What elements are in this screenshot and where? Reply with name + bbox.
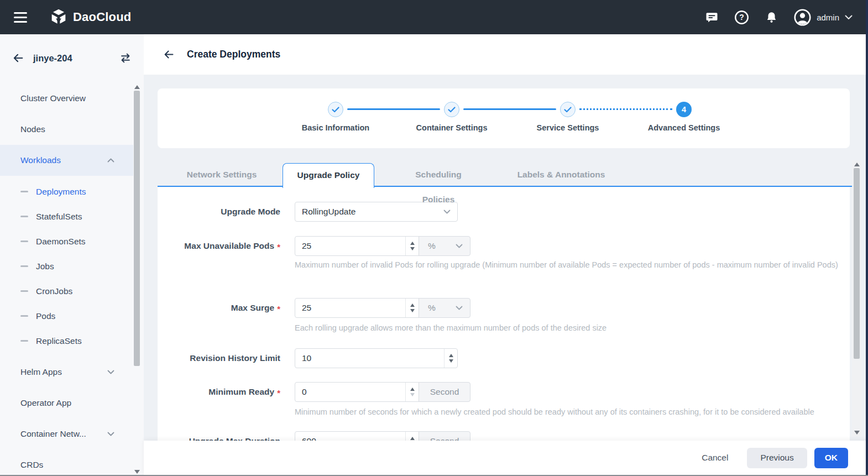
- number-stepper[interactable]: [405, 432, 419, 441]
- unit-select[interactable]: %: [419, 298, 470, 318]
- step-service-settings[interactable]: Service Settings: [510, 102, 626, 132]
- dash-icon: [20, 340, 28, 342]
- brand-logo[interactable]: DaoCloud: [49, 8, 131, 27]
- form-row-upgrade-max-duration: Upgrade Max Duration Second: [158, 431, 850, 441]
- select-value: RollingUpdate: [302, 207, 355, 217]
- step-check-icon: [328, 102, 343, 117]
- previous-button[interactable]: Previous: [747, 448, 807, 468]
- cancel-button[interactable]: Cancel: [698, 448, 731, 468]
- step-label: Container Settings: [394, 123, 510, 132]
- step-basic-information[interactable]: Basic Information: [278, 102, 394, 132]
- tab-upgrade-policy[interactable]: Upgrade Policy: [283, 163, 374, 188]
- sidebar-item-deployments[interactable]: Deployments: [0, 179, 133, 204]
- sidebar-item-statefulsets[interactable]: StatefulSets: [0, 204, 133, 229]
- sidebar-item-crds[interactable]: CRDs: [0, 449, 133, 476]
- sidebar-item-daemonsets[interactable]: DaemonSets: [0, 229, 133, 254]
- sidebar-item-label: StatefulSets: [36, 212, 82, 222]
- max-surge-value[interactable]: [295, 299, 419, 317]
- upgrade-max-duration-value[interactable]: [295, 432, 419, 441]
- step-check-icon: [560, 102, 576, 117]
- step-up-icon[interactable]: [410, 304, 415, 307]
- upgrade-max-duration-input: [295, 431, 419, 441]
- scroll-down-icon[interactable]: [854, 431, 860, 435]
- chevron-down-icon: [107, 370, 114, 374]
- help-icon[interactable]: ?: [734, 10, 749, 25]
- form-row-max-surge: Max Surge* %: [158, 298, 850, 318]
- unit-value: %: [428, 303, 436, 313]
- sidebar-item-label: DaemonSets: [36, 237, 86, 247]
- required-asterisk: *: [277, 304, 280, 313]
- required-asterisk: *: [277, 388, 280, 397]
- step-up-icon[interactable]: [410, 242, 415, 245]
- sidebar-item-cronjobs[interactable]: CronJobs: [0, 279, 133, 304]
- settings-tabs: Network Settings Upgrade Policy Scheduli…: [158, 162, 852, 187]
- tab-scheduling-policies[interactable]: Scheduling Policies: [398, 162, 479, 187]
- sidebar-item-label: Helm Apps: [20, 367, 62, 377]
- brand-name: DaoCloud: [73, 10, 131, 24]
- step-advanced-settings[interactable]: 4 Advanced Settings: [626, 102, 742, 132]
- step-label: Basic Information: [278, 123, 394, 132]
- sidebar: jinye-204 Cluster Overview Nodes Workloa…: [0, 34, 144, 476]
- sidebar-item-container-network[interactable]: Container Netw...: [0, 419, 133, 449]
- step-down-icon[interactable]: [410, 393, 415, 396]
- chevron-up-icon: [107, 158, 114, 163]
- unit-value: Second: [430, 387, 459, 397]
- upgrade-policy-form: Upgrade Mode RollingUpdate Max Unavailab…: [158, 187, 850, 441]
- switch-cluster-icon[interactable]: [119, 52, 132, 64]
- number-stepper[interactable]: [405, 299, 419, 317]
- sidebar-item-workloads[interactable]: Workloads: [0, 145, 133, 176]
- sidebar-item-label: ReplicaSets: [36, 336, 82, 346]
- step-up-icon[interactable]: [410, 437, 415, 440]
- step-label: Advanced Settings: [626, 123, 742, 132]
- sidebar-item-pods[interactable]: Pods: [0, 304, 133, 328]
- step-up-icon[interactable]: [449, 354, 453, 357]
- back-arrow-icon[interactable]: [163, 49, 175, 60]
- sidebar-item-label: Nodes: [20, 124, 45, 134]
- step-down-icon[interactable]: [410, 309, 415, 312]
- chat-icon[interactable]: [705, 11, 719, 24]
- step-down-icon[interactable]: [449, 359, 453, 363]
- back-arrow-icon[interactable]: [12, 52, 24, 64]
- app-window: DaoCloud ?: [0, 0, 868, 476]
- sidebar-menu: Cluster Overview Nodes Workloads Deploym…: [0, 83, 133, 476]
- ok-button[interactable]: OK: [814, 448, 848, 468]
- chevron-down-icon: [845, 15, 853, 20]
- step-container-settings[interactable]: Container Settings: [394, 102, 510, 132]
- tab-labels-annotations[interactable]: Labels & Annotations: [515, 162, 607, 187]
- content-scrollbar[interactable]: [852, 160, 861, 437]
- user-menu[interactable]: admin: [794, 9, 853, 26]
- scrollbar-thumb[interactable]: [854, 168, 860, 359]
- field-help: Each rolling upgrade allows more than th…: [295, 322, 839, 334]
- number-stepper[interactable]: [405, 237, 419, 255]
- sidebar-item-nodes[interactable]: Nodes: [0, 114, 133, 145]
- sidebar-item-label: Container Netw...: [20, 429, 86, 439]
- number-stepper[interactable]: [405, 383, 419, 401]
- scroll-up-icon[interactable]: [134, 85, 140, 89]
- field-label: Max Unavailable Pods: [184, 241, 274, 251]
- scroll-down-icon[interactable]: [134, 470, 140, 474]
- number-stepper[interactable]: [444, 349, 457, 368]
- chevron-down-icon: [456, 244, 463, 248]
- bell-icon[interactable]: [765, 11, 778, 24]
- sidebar-item-jobs[interactable]: Jobs: [0, 254, 133, 279]
- sidebar-item-label: Deployments: [36, 187, 86, 197]
- scrollbar-thumb[interactable]: [134, 91, 140, 366]
- step-down-icon[interactable]: [410, 247, 415, 250]
- sidebar-item-replicasets[interactable]: ReplicaSets: [0, 328, 133, 353]
- sidebar-scrollbar[interactable]: [133, 83, 140, 476]
- tab-network-settings[interactable]: Network Settings: [185, 162, 258, 187]
- step-up-icon[interactable]: [410, 388, 415, 391]
- scroll-up-icon[interactable]: [854, 163, 860, 166]
- sidebar-item-label: CRDs: [20, 460, 43, 470]
- revision-history-value[interactable]: [295, 349, 457, 368]
- sidebar-item-operator-app[interactable]: Operator App: [0, 388, 133, 419]
- unit-select[interactable]: %: [419, 236, 470, 256]
- field-label: Upgrade Max Duration: [189, 436, 280, 441]
- max-unavailable-value[interactable]: [295, 237, 419, 255]
- sidebar-item-cluster-overview[interactable]: Cluster Overview: [0, 83, 133, 114]
- menu-icon[interactable]: [14, 12, 27, 23]
- sidebar-item-helm-apps[interactable]: Helm Apps: [0, 357, 133, 388]
- daocloud-logo-icon: [49, 8, 68, 27]
- revision-history-input: [295, 348, 458, 368]
- minimum-ready-value[interactable]: [295, 383, 419, 401]
